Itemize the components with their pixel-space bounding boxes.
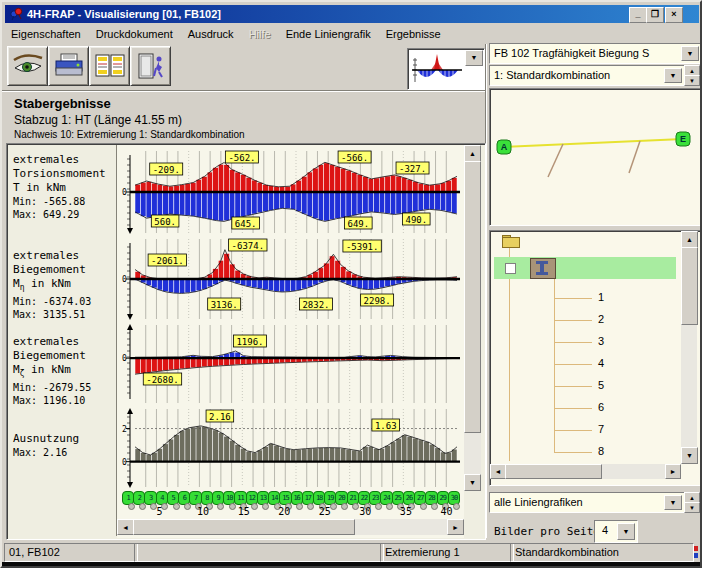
chart-value-label: -327. (396, 162, 429, 174)
kombination-dropdown-button[interactable]: ▼ (664, 68, 682, 83)
scale-label: 20 (278, 506, 290, 517)
result-min: Min: -565.88 (13, 195, 106, 208)
chart-value-label: 1196. (233, 335, 266, 347)
tree-child-3[interactable]: 3 (598, 335, 604, 347)
liniengrafik-dropdown-button[interactable]: ▼ (664, 495, 682, 510)
menu-item-hilfe[interactable]: Hilfe (242, 26, 279, 42)
scale-label: 5 (157, 506, 163, 517)
menu-item-ergebnisse[interactable]: Ergebnisse (379, 26, 449, 42)
menu-item-druckdokument[interactable]: Druckdokument (89, 26, 181, 42)
vscroll-thumb[interactable] (464, 161, 481, 433)
chart-value-label: 649. (345, 217, 373, 229)
result-min: Min: -2679.55 (13, 381, 91, 394)
tree-child-5[interactable]: 5 (598, 379, 604, 391)
chart-hscrollbar[interactable]: ◄ ► (117, 519, 464, 535)
result-max: Max: 2.16 (13, 446, 79, 459)
chart-value-label: 645. (232, 217, 260, 229)
node-dot (375, 503, 382, 510)
hscroll-thumb[interactable] (133, 519, 355, 535)
nachweis-dropdown-button[interactable]: ▼ (681, 46, 699, 61)
member-ruler: 1234567891011121314151617181920212223242… (117, 489, 464, 518)
exit-door-icon (135, 52, 167, 80)
liniengrafik-select[interactable]: alle Liniengrafiken ▼ (489, 492, 685, 513)
menu-item-ende-liniengrafik[interactable]: Ende Liniengrafik (279, 26, 379, 42)
menu-item-ausdruck[interactable]: Ausdruck (181, 26, 242, 42)
maximize-button[interactable]: ❐ (646, 7, 664, 23)
node-dot (307, 503, 314, 510)
liniengrafik-spinner: ▲ ▼ (686, 492, 700, 511)
svg-text:2832.: 2832. (302, 300, 329, 310)
chart-value-label: 490. (402, 213, 430, 225)
scale-label: 35 (400, 506, 412, 517)
diagram-type-dropdown-button[interactable]: ▼ (465, 50, 483, 66)
kombination-select[interactable]: 1: Standardkombination ▼ (489, 65, 685, 86)
result-symbol: T in kNm (13, 181, 106, 195)
scroll-right-button[interactable]: ► (665, 464, 681, 479)
tree-child-6[interactable]: 6 (598, 401, 604, 413)
svg-text:490.: 490. (405, 215, 427, 225)
bilder-pro-seite-value: 4 (602, 524, 608, 536)
dropdown-icon: ▼ (471, 54, 478, 61)
scroll-down-icon: ▼ (686, 452, 693, 459)
vscroll-thumb[interactable] (681, 247, 698, 325)
document-pages-button[interactable] (89, 46, 130, 86)
scroll-down-button[interactable]: ▼ (681, 447, 698, 464)
result-max: Max: 649.29 (13, 208, 106, 221)
close-button[interactable]: × (665, 7, 683, 23)
tree-hscrollbar[interactable]: ◄ ► (490, 464, 681, 479)
tree-collapse-button[interactable] (505, 263, 516, 274)
node-dot (262, 503, 269, 510)
result-max: Max: 3135.51 (13, 308, 91, 321)
printer-icon (53, 52, 85, 80)
exit-button[interactable] (130, 46, 171, 86)
view-button[interactable] (7, 46, 48, 86)
scroll-left-button[interactable]: ◄ (490, 464, 506, 479)
end-node-label: E (680, 134, 686, 144)
scroll-right-icon: ► (670, 468, 677, 475)
nachweis-select[interactable]: FB 102 Tragfähigkeit Biegung S ▼ (489, 43, 702, 64)
tree-child-1[interactable]: 1 (598, 291, 604, 303)
menu-item-eigenschaften[interactable]: Eigenschaften (4, 26, 89, 42)
chart-ytick-label: 0 (122, 188, 127, 197)
print-button[interactable] (48, 46, 89, 86)
chart-vscrollbar[interactable]: ▲ ▼ (464, 145, 481, 491)
bilder-pro-seite-dropdown-button[interactable]: ▼ (617, 523, 635, 540)
structure-preview: A E (489, 88, 702, 226)
scroll-left-button[interactable]: ◄ (117, 519, 134, 535)
chart-torsionsmoment: 0-209.-562.-566.-327.560.645.649.490. (121, 149, 461, 235)
scroll-up-button[interactable]: ▲ (681, 231, 698, 248)
hscroll-thumb[interactable] (505, 464, 602, 479)
chart-value-label: -5391. (343, 240, 381, 252)
scroll-up-button[interactable]: ▲ (464, 145, 481, 162)
scroll-right-button[interactable]: ► (447, 519, 464, 535)
minimize-button[interactable]: _ (629, 7, 647, 23)
menu-bar: EigenschaftenDruckdokumentAusdruckHilfeE… (4, 25, 702, 42)
tree-child-4[interactable]: 4 (598, 357, 604, 369)
status-cell: 01, FB102 (4, 543, 138, 562)
chart-ytick-label: 0 (122, 275, 127, 284)
spinner-down-button[interactable]: ▼ (684, 75, 700, 86)
scroll-down-button[interactable]: ▼ (464, 474, 481, 491)
bilder-pro-seite-select[interactable]: 4 ▼ (594, 520, 638, 543)
node-dot (352, 503, 359, 510)
scale-label: 30 (359, 506, 371, 517)
node-dot (173, 503, 180, 510)
tree-child-2[interactable]: 2 (598, 313, 604, 325)
scroll-up-icon: ▲ (469, 150, 476, 157)
result-block: extremalesBiegemomentMζ in kNmMin: -2679… (13, 335, 91, 407)
node-dot (431, 503, 438, 510)
tree-selected-row[interactable] (494, 257, 676, 279)
title-bar[interactable]: 4H-FRAP - Visualisierung [01, FB102] _ ❐… (5, 5, 699, 23)
folder-icon (502, 235, 520, 248)
tree-child-8[interactable]: 8 (598, 445, 604, 457)
spinner-down-button[interactable]: ▼ (684, 502, 700, 513)
tree-vscrollbar[interactable]: ▲ ▼ (681, 231, 697, 464)
tree-child-7[interactable]: 7 (598, 423, 604, 435)
result-block: AusnutzungMax: 2.16 (13, 432, 79, 459)
diagram-type-combo[interactable]: ▼ (407, 48, 485, 90)
staebe-tree: 12345678 ▲ ▼ ◄ ► (489, 230, 702, 486)
start-node-label: A (501, 142, 508, 152)
chart-value-label: -566. (338, 151, 371, 163)
result-line: extremales (13, 335, 91, 349)
chart-value-label: -209. (150, 163, 183, 175)
